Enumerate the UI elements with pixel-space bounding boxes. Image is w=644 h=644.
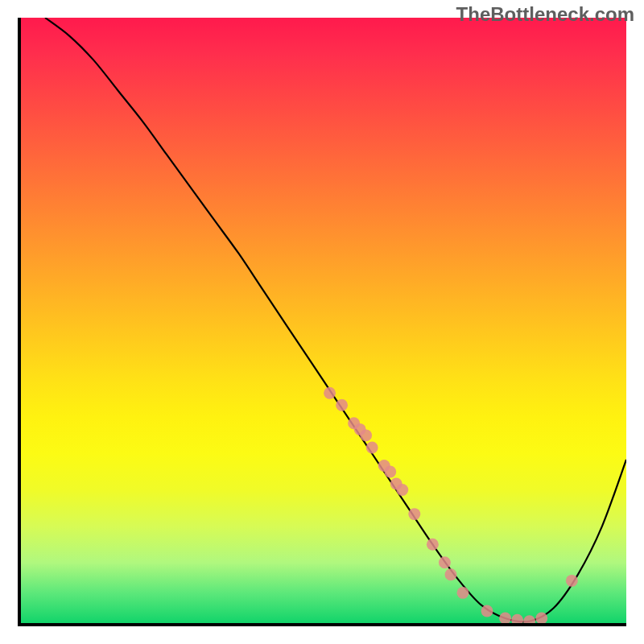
watermark-text: TheBottleneck.com (456, 3, 634, 26)
chart-container: TheBottleneck.com (0, 0, 644, 644)
gradient-background (21, 18, 626, 623)
plot-area (18, 18, 626, 626)
